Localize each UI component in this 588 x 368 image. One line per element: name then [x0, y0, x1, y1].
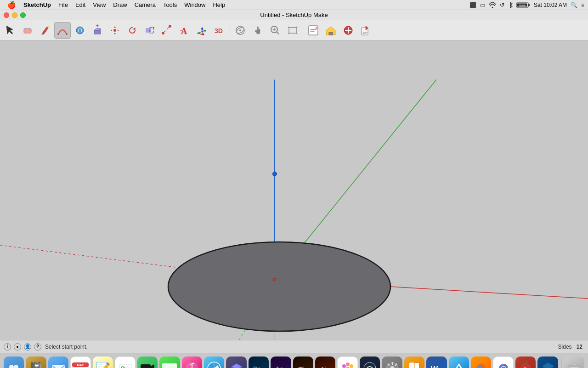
- svg-point-39: [273, 278, 276, 281]
- dock-item-stickies[interactable]: 📝: [93, 356, 113, 368]
- status-help-icon[interactable]: ?: [34, 343, 41, 351]
- svg-text:3D: 3D: [215, 27, 223, 34]
- dock-item-word[interactable]: W: [426, 356, 447, 368]
- svg-point-22: [239, 29, 241, 31]
- svg-text:MAY: MAY: [77, 363, 84, 367]
- dock-item-itunes[interactable]: [182, 356, 202, 368]
- menu-edit[interactable]: Edit: [72, 1, 89, 8]
- svg-text:A: A: [181, 27, 187, 36]
- svg-rect-27: [329, 32, 333, 35]
- dock-item-sketchup3[interactable]: [537, 356, 558, 368]
- eraser-tool[interactable]: [19, 22, 36, 39]
- svg-point-40: [9, 365, 14, 368]
- pan-tool[interactable]: [249, 22, 266, 39]
- dock-item-paprika[interactable]: P: [515, 356, 536, 368]
- apple-menu[interactable]: 🍎: [4, 1, 20, 9]
- dock-item-ibooks[interactable]: [404, 356, 424, 368]
- scale-tool[interactable]: [141, 22, 158, 39]
- shape-tool[interactable]: [72, 22, 88, 39]
- svg-point-65: [350, 364, 353, 368]
- pencil-tool[interactable]: [37, 22, 53, 39]
- toolbar: A A 3D: [0, 20, 588, 40]
- model-info-tool[interactable]: 1: [305, 22, 322, 39]
- svg-point-6: [66, 33, 68, 35]
- svg-text:Ae: Ae: [275, 365, 283, 368]
- orbit-tool[interactable]: [232, 22, 249, 39]
- dock-item-photos[interactable]: [337, 356, 358, 368]
- warehouse-tool[interactable]: [322, 22, 339, 39]
- tape-measure-tool[interactable]: [159, 22, 175, 39]
- dock-item-mail[interactable]: [48, 356, 68, 368]
- svg-rect-51: [141, 364, 151, 368]
- svg-rect-42: [52, 365, 65, 368]
- dock-item-appstore[interactable]: [449, 356, 469, 368]
- svg-point-13: [153, 27, 154, 29]
- dock-item-firefox[interactable]: [471, 356, 491, 368]
- menu-window[interactable]: Window: [181, 1, 209, 8]
- spotlight-icon[interactable]: 🔍: [571, 2, 577, 8]
- menu-tools[interactable]: Tools: [159, 1, 181, 8]
- extension-tool[interactable]: [340, 22, 356, 39]
- fullscreen-button[interactable]: [20, 12, 26, 18]
- traffic-lights: [4, 12, 26, 18]
- dock-item-sketchup2[interactable]: [226, 356, 246, 368]
- svg-point-7: [76, 27, 84, 34]
- timemachine-icon[interactable]: ↺: [500, 2, 504, 8]
- export-tool[interactable]: [357, 22, 374, 39]
- airplay-icon[interactable]: ⬛: [469, 2, 476, 8]
- move-tool[interactable]: [107, 22, 123, 39]
- menu-file[interactable]: File: [55, 1, 72, 8]
- status-user-icon[interactable]: 👤: [24, 343, 31, 351]
- zoom-extents-tool[interactable]: [284, 22, 301, 39]
- svg-rect-9: [94, 30, 101, 34]
- dock-item-systemprefs[interactable]: [382, 356, 402, 368]
- svg-rect-24: [289, 28, 296, 33]
- dock-item-facetime[interactable]: [137, 356, 158, 368]
- axes-tool[interactable]: [194, 22, 210, 39]
- zoom-tool[interactable]: [267, 22, 283, 39]
- dock: 📓 MAY 30 📝: [0, 353, 588, 368]
- notification-icon[interactable]: ≡: [581, 2, 584, 8]
- dock-item-trash[interactable]: [564, 356, 584, 368]
- dock-item-reminders[interactable]: [115, 356, 136, 368]
- bluetooth-icon[interactable]: [508, 2, 513, 8]
- screen-icon[interactable]: ▭: [480, 2, 485, 8]
- status-circle-2[interactable]: ●: [14, 343, 21, 351]
- dock-item-steam[interactable]: [360, 356, 380, 368]
- push-pull-tool[interactable]: [89, 22, 106, 39]
- menu-draw[interactable]: Draw: [109, 1, 130, 8]
- dock-item-calendar[interactable]: MAY 30: [70, 356, 91, 368]
- menu-camera[interactable]: Camera: [131, 1, 159, 8]
- dock-item-contacts[interactable]: 📓: [26, 356, 46, 368]
- dock-item-photoshop[interactable]: Ps: [249, 356, 269, 368]
- sides-label: Sides: [558, 344, 572, 350]
- text-tool[interactable]: A A: [176, 22, 193, 39]
- arc-tool[interactable]: [54, 22, 71, 39]
- svg-point-15: [169, 25, 171, 28]
- battery-icon: 99%: [516, 2, 530, 8]
- svg-text:99%: 99%: [519, 4, 526, 7]
- dock-item-safari[interactable]: [204, 356, 224, 368]
- svg-point-37: [168, 242, 390, 331]
- select-tool[interactable]: [2, 22, 18, 39]
- menu-help[interactable]: Help: [209, 1, 229, 8]
- svg-text:W: W: [431, 365, 438, 368]
- dock-item-chrome[interactable]: [493, 356, 514, 368]
- dock-item-finder[interactable]: [4, 356, 24, 368]
- close-button[interactable]: [4, 12, 9, 18]
- menu-view[interactable]: View: [89, 1, 109, 8]
- svg-point-5: [57, 33, 59, 35]
- status-info-icon[interactable]: i: [4, 343, 11, 351]
- dock-item-messages[interactable]: [159, 356, 180, 368]
- minimize-button[interactable]: [12, 12, 17, 18]
- dock-item-flash[interactable]: Fl: [293, 356, 313, 368]
- menu-bar: 🍎 SketchUp File Edit View Draw Camera To…: [0, 0, 588, 10]
- dock-item-illustrator[interactable]: Ai: [315, 356, 335, 368]
- viewport[interactable]: [0, 40, 588, 340]
- 3d-text-tool[interactable]: 3D: [211, 22, 228, 39]
- svg-point-10: [113, 29, 116, 32]
- menu-sketchup[interactable]: SketchUp: [20, 1, 55, 8]
- wifi-icon[interactable]: [489, 2, 496, 8]
- rotate-tool[interactable]: [124, 22, 141, 39]
- dock-item-aftereffects[interactable]: Ae: [271, 356, 291, 368]
